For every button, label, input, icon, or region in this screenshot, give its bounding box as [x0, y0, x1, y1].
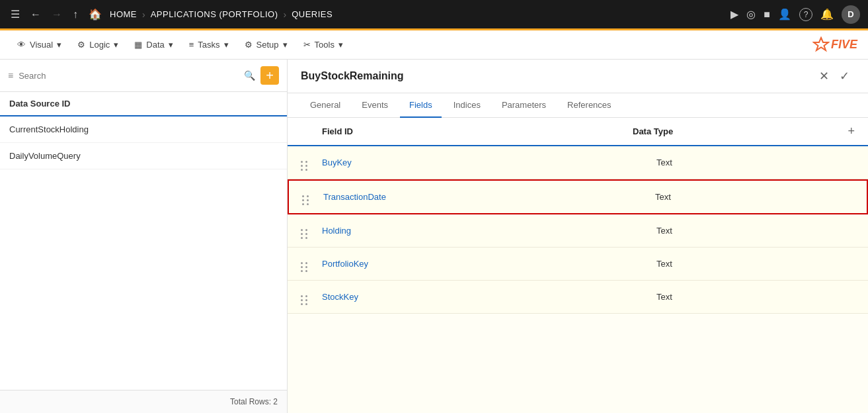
five-logo: FIVE — [812, 36, 857, 54]
field-id-value[interactable]: Holding — [322, 226, 656, 236]
home-icon: 🏠 — [86, 5, 104, 23]
list-item[interactable]: DailyVolumeQuery — [0, 143, 287, 169]
sep2: › — [284, 9, 287, 20]
field-id-value[interactable]: TransactionDate — [323, 192, 655, 202]
sidebar-list: CurrentStockHolding DailyVolumeQuery — [0, 116, 287, 390]
tab-references[interactable]: References — [558, 93, 620, 118]
list-item[interactable]: CurrentStockHolding — [0, 116, 287, 143]
search-circle-icon[interactable]: ◎ — [746, 8, 756, 21]
visual-menu[interactable]: 👁 Visual ▾ — [11, 36, 68, 54]
setup-label: Setup — [256, 40, 279, 50]
drag-dots — [301, 161, 308, 171]
table-row[interactable]: BuyKey Text — [288, 146, 868, 179]
close-button[interactable]: ✕ — [814, 66, 834, 86]
logic-icon: ⚙ — [77, 40, 85, 50]
tools-icon: ✂ — [303, 40, 311, 50]
user-icon[interactable]: 👤 — [778, 8, 791, 21]
sidebar: ≡ 🔍 + Data Source ID CurrentStockHolding… — [0, 60, 288, 413]
tasks-menu[interactable]: ≡ Tasks ▾ — [182, 36, 235, 54]
setup-menu[interactable]: ⚙ Setup ▾ — [238, 36, 294, 54]
right-panel: BuyStockRemaining ✕ ✓ General Events Fie… — [288, 60, 868, 413]
help-icon[interactable]: ? — [799, 8, 812, 21]
table-row[interactable]: Holding Text — [288, 214, 868, 248]
home-label[interactable]: HOME — [110, 9, 137, 19]
field-id-value[interactable]: PortfolioKey — [322, 259, 656, 269]
svg-marker-0 — [814, 38, 828, 50]
sidebar-search-bar: ≡ 🔍 + — [0, 60, 287, 92]
visual-dropdown-icon: ▾ — [57, 40, 61, 50]
drag-handle-icon[interactable] — [301, 222, 322, 239]
drag-dots — [302, 195, 309, 205]
drag-handle-icon[interactable] — [301, 289, 322, 305]
tasks-label: Tasks — [198, 40, 219, 50]
search-icon[interactable]: 🔍 — [244, 70, 255, 81]
tools-label: Tools — [315, 40, 335, 50]
data-type-col-header: Data Type — [633, 126, 831, 136]
app-label[interactable]: APPLICATIONS (PORTFOLIO) — [151, 9, 278, 19]
add-field-button[interactable]: + — [848, 124, 855, 138]
top-nav-left: ☰ ← → ↑ 🏠 HOME › APPLICATIONS (PORTFOLIO… — [8, 5, 725, 23]
sidebar-footer: Total Rows: 2 — [0, 390, 287, 413]
logic-menu[interactable]: ⚙ Logic ▾ — [71, 36, 125, 54]
table-row[interactable]: StockKey Text — [288, 281, 868, 314]
tab-indices[interactable]: Indices — [444, 93, 490, 118]
data-type-value: Text — [655, 192, 853, 202]
top-nav-bar: ☰ ← → ↑ 🏠 HOME › APPLICATIONS (PORTFOLIO… — [0, 0, 868, 30]
data-dropdown-icon: ▾ — [169, 40, 173, 50]
data-type-value: Text — [656, 259, 855, 269]
sep1: › — [142, 9, 145, 20]
menu-icon[interactable]: ☰ — [8, 5, 22, 23]
tools-menu[interactable]: ✂ Tools ▾ — [297, 36, 350, 54]
play-icon[interactable]: ▶ — [730, 8, 738, 21]
filter-icon: ≡ — [8, 70, 13, 81]
forward-icon[interactable]: → — [49, 6, 65, 23]
table-row[interactable]: PortfolioKey Text — [288, 248, 868, 281]
user-avatar[interactable]: D — [842, 5, 860, 24]
toolbar: 👁 Visual ▾ ⚙ Logic ▾ ▦ Data ▾ ≡ Tasks ▾ … — [0, 30, 868, 60]
tasks-icon: ≡ — [189, 40, 194, 50]
tab-parameters[interactable]: Parameters — [493, 93, 555, 118]
panel-title: BuyStockRemaining — [301, 70, 814, 82]
drag-handle-icon[interactable] — [301, 154, 322, 171]
visual-label: Visual — [30, 40, 53, 50]
tab-fields[interactable]: Fields — [400, 93, 442, 118]
top-nav-right: ▶ ◎ ■ 👤 ? 🔔 D — [730, 5, 860, 24]
stop-icon[interactable]: ■ — [764, 9, 770, 21]
up-icon[interactable]: ↑ — [70, 6, 81, 23]
panel-header: BuyStockRemaining ✕ ✓ — [288, 60, 868, 93]
drag-dots — [301, 295, 308, 305]
table-row[interactable]: TransactionDate Text — [288, 179, 868, 214]
logic-label: Logic — [89, 40, 110, 50]
field-id-col-header: Field ID — [322, 126, 633, 136]
drag-handle-icon[interactable] — [301, 255, 322, 272]
fields-table: Field ID Data Type + BuyKey Text — [288, 118, 868, 413]
drag-dots — [301, 229, 308, 239]
confirm-button[interactable]: ✓ — [834, 66, 855, 86]
setup-icon: ⚙ — [245, 40, 253, 50]
table-header: Field ID Data Type + — [288, 118, 868, 146]
sidebar-header: Data Source ID — [0, 92, 287, 116]
five-logo-icon — [812, 36, 830, 54]
five-logo-text: FIVE — [831, 38, 857, 52]
data-icon: ▦ — [134, 40, 142, 50]
search-input[interactable] — [19, 71, 239, 81]
back-icon[interactable]: ← — [28, 6, 44, 23]
logic-dropdown-icon: ▾ — [114, 40, 118, 50]
setup-dropdown-icon: ▾ — [283, 40, 288, 50]
data-label: Data — [146, 40, 164, 50]
data-type-value: Text — [656, 158, 855, 167]
queries-label[interactable]: QUERIES — [292, 9, 333, 19]
eye-icon: 👁 — [17, 40, 26, 50]
bell-icon[interactable]: 🔔 — [820, 8, 834, 21]
field-id-value[interactable]: StockKey — [322, 292, 656, 302]
tab-general[interactable]: General — [301, 93, 350, 118]
drag-handle-icon[interactable] — [302, 189, 323, 205]
data-menu[interactable]: ▦ Data ▾ — [128, 36, 179, 54]
tab-events[interactable]: Events — [352, 93, 397, 118]
field-id-value[interactable]: BuyKey — [322, 158, 656, 167]
drag-dots — [301, 262, 308, 272]
tools-dropdown-icon: ▾ — [338, 40, 343, 50]
data-type-value: Text — [656, 226, 855, 236]
add-button[interactable]: + — [260, 66, 279, 85]
tasks-dropdown-icon: ▾ — [224, 40, 229, 50]
